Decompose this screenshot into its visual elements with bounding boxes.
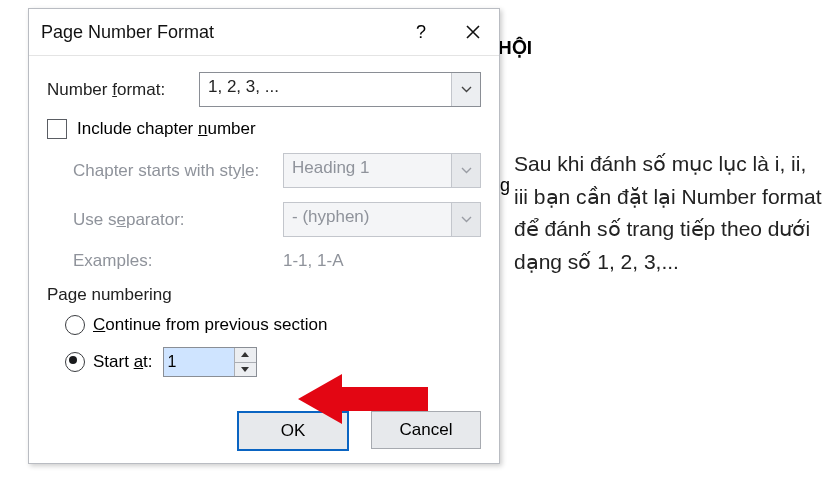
close-icon: [465, 24, 481, 40]
chevron-down-icon: [461, 86, 472, 93]
examples-label: Examples:: [73, 251, 283, 271]
chapter-options-group: Chapter starts with style: Heading 1 Use…: [73, 153, 481, 271]
include-chapter-label: Include chapter number: [77, 119, 256, 139]
separator-label: Use separator:: [73, 210, 283, 230]
include-chapter-checkbox[interactable]: [47, 119, 67, 139]
caret-up-icon: [241, 352, 249, 357]
red-arrow-annotation: [298, 368, 428, 434]
start-at-radio-label: Start at:: [93, 352, 153, 372]
separator-dropdown-button: [451, 203, 480, 236]
arrow-left-icon: [298, 368, 428, 430]
svg-marker-0: [298, 374, 428, 424]
chevron-down-icon: [461, 216, 472, 223]
start-at-spinner[interactable]: [163, 347, 257, 377]
caret-down-icon: [241, 367, 249, 372]
background-text-g: g: [500, 175, 510, 196]
start-at-radio[interactable]: [65, 352, 85, 372]
number-format-select[interactable]: 1, 2, 3, ...: [199, 72, 481, 107]
continue-radio-row[interactable]: Continue from previous section: [65, 315, 481, 335]
separator-value: - (hyphen): [284, 203, 451, 236]
chapter-style-value: Heading 1: [284, 154, 451, 187]
explanatory-annotation: Sau khi đánh số mục lục là i, ii, iii bạ…: [514, 148, 824, 278]
include-chapter-row[interactable]: Include chapter number: [47, 119, 481, 139]
page-numbering-group-label: Page numbering: [47, 285, 481, 305]
chapter-style-label: Chapter starts with style:: [73, 161, 283, 181]
help-button[interactable]: ?: [395, 9, 447, 55]
number-format-value: 1, 2, 3, ...: [200, 73, 451, 106]
close-button[interactable]: [447, 9, 499, 55]
background-text-hoi: HỘI: [498, 36, 532, 59]
chapter-style-dropdown-button: [451, 154, 480, 187]
chapter-style-select: Heading 1: [283, 153, 481, 188]
page-number-format-dialog: Page Number Format ? Number format: 1, 2…: [28, 8, 500, 464]
number-format-dropdown-button[interactable]: [451, 73, 480, 106]
dialog-button-bar: OK Cancel: [29, 405, 499, 463]
continue-radio-label: Continue from previous section: [93, 315, 327, 335]
start-at-increment[interactable]: [235, 348, 256, 362]
chevron-down-icon: [461, 167, 472, 174]
dialog-titlebar: Page Number Format ?: [29, 9, 499, 56]
examples-value: 1-1, 1-A: [283, 251, 343, 271]
dialog-title: Page Number Format: [29, 22, 395, 43]
number-format-label: Number format:: [47, 80, 199, 100]
number-format-row: Number format: 1, 2, 3, ...: [47, 72, 481, 107]
continue-radio[interactable]: [65, 315, 85, 335]
start-at-decrement[interactable]: [235, 362, 256, 377]
separator-select: - (hyphen): [283, 202, 481, 237]
start-at-input[interactable]: [164, 348, 234, 376]
